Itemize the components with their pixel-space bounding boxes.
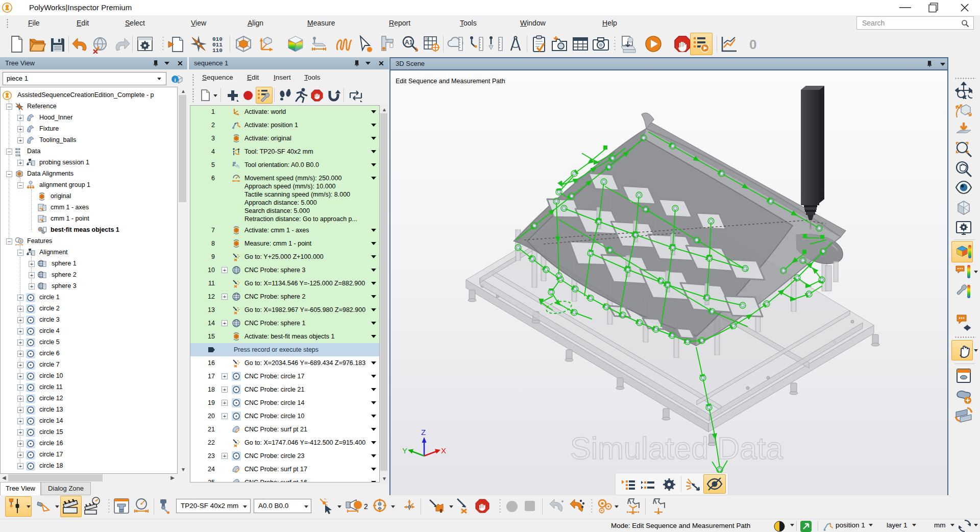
svg-text:110: 110 [212,47,223,54]
svg-text:110: 110 [15,154,20,157]
svg-text:Z: Z [421,428,426,437]
svg-text:A1: A1 [405,39,413,46]
svg-text:X: X [441,446,446,455]
svg-text:00: 00 [425,37,429,41]
svg-text:Y: Y [402,446,407,455]
svg-text:i: i [174,77,176,83]
